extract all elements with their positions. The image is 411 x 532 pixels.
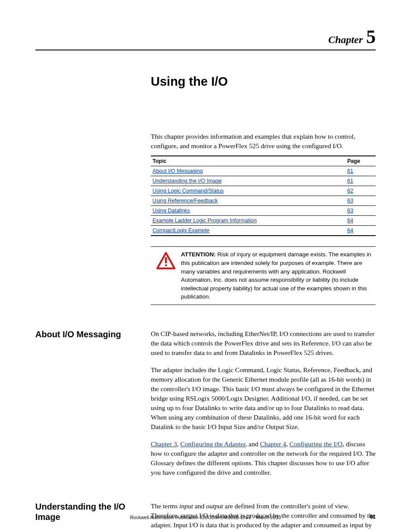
section-about-io-messaging: About I/O Messaging On CIP-based network… <box>35 329 376 477</box>
topic-link[interactable]: Understanding the I/O Image <box>153 178 222 184</box>
attention-body: Risk of injury or equipment damage exist… <box>181 251 371 300</box>
topics-col-page: Page <box>346 156 376 166</box>
inline-link[interactable]: Configuring the I/O <box>290 440 342 448</box>
topic-link[interactable]: Using Logic Command/Status <box>153 188 224 194</box>
body-paragraph: Chapter 3, Configuring the Adapter, and … <box>151 439 376 477</box>
topic-link[interactable]: CompactLogix Example <box>153 227 209 233</box>
svg-rect-2 <box>165 264 167 266</box>
attention-text: ATTENTION: Risk of injury or equipment d… <box>181 250 376 301</box>
table-row: Using Reference/Feedback 63 <box>151 196 376 206</box>
topic-link[interactable]: About I/O Messaging <box>153 168 203 174</box>
chapter-number: 5 <box>364 26 376 47</box>
inline-link[interactable]: Configuring the Adapter <box>180 440 245 448</box>
section-heading: About I/O Messaging <box>35 329 144 339</box>
svg-rect-1 <box>165 257 167 263</box>
emphasis: output <box>206 502 223 510</box>
page-link[interactable]: 63 <box>347 198 353 204</box>
body-paragraph: On CIP-based networks, including EtherNe… <box>151 329 376 358</box>
topics-table: Topic Page About I/O Messaging 61 Unders… <box>151 156 376 236</box>
inline-link[interactable]: Chapter 4 <box>260 440 286 448</box>
page-link[interactable]: 61 <box>347 178 353 184</box>
inline-link[interactable]: Chapter 3 <box>151 440 177 448</box>
emphasis: input <box>179 502 193 510</box>
page-number: 61 <box>370 514 376 520</box>
attention-label: ATTENTION: <box>181 251 216 258</box>
table-row: Understanding the I/O Image 61 <box>151 176 376 186</box>
table-row: About I/O Messaging 61 <box>151 166 376 176</box>
topic-link[interactable]: Using Reference/Feedback <box>153 198 218 204</box>
body-paragraph: The adapter includes the Logic Command, … <box>151 365 376 432</box>
publication-line: Rockwell Automation Publication 520COM-U… <box>130 515 281 520</box>
page-link[interactable]: 61 <box>347 168 353 174</box>
table-row: Example Ladder Logic Program Information… <box>151 216 376 226</box>
page-link[interactable]: 62 <box>347 188 353 194</box>
page-link[interactable]: 63 <box>347 208 353 214</box>
intro-paragraph: This chapter provides information and ex… <box>151 132 376 150</box>
warning-icon <box>151 250 181 301</box>
topic-link[interactable]: Using Datalinks <box>153 208 190 214</box>
attention-box: ATTENTION: Risk of injury or equipment d… <box>151 246 376 305</box>
page-link[interactable]: 64 <box>347 227 353 233</box>
chapter-label: Chapter <box>328 34 363 45</box>
table-row: Using Logic Command/Status 62 <box>151 186 376 196</box>
table-row: Using Datalinks 63 <box>151 206 376 216</box>
topic-link[interactable]: Example Ladder Logic Program Information <box>153 218 257 224</box>
page-link[interactable]: 64 <box>347 218 353 224</box>
topics-col-topic: Topic <box>151 156 346 166</box>
page-footer: Rockwell Automation Publication 520COM-U… <box>35 515 376 520</box>
table-row: CompactLogix Example 64 <box>151 226 376 236</box>
chapter-title: Using the I/O <box>151 75 376 89</box>
chapter-header: Chapter 5 <box>35 26 376 50</box>
